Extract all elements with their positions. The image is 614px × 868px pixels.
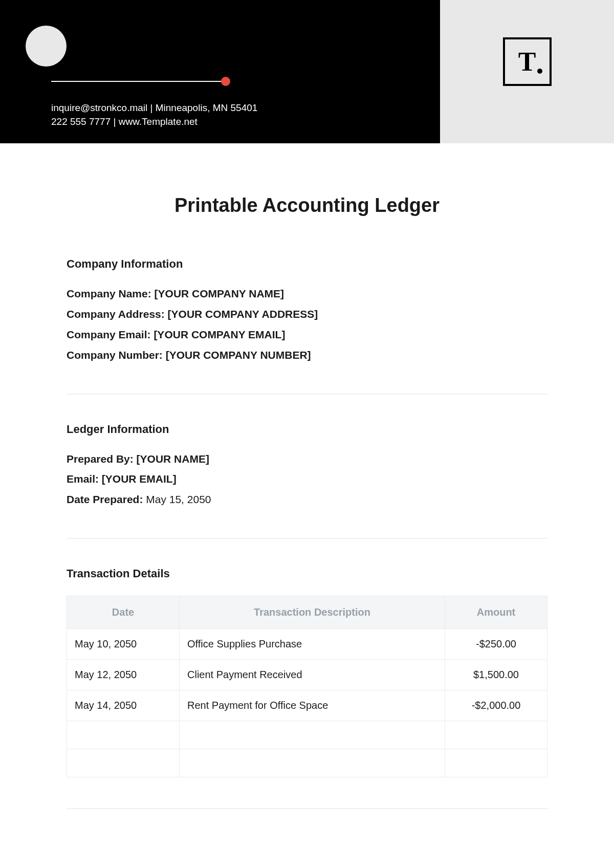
ledger-info-section: Ledger Information Prepared By: [YOUR NA… (67, 423, 547, 510)
table-row (67, 749, 547, 777)
prepared-email-value: [YOUR EMAIL] (102, 473, 177, 485)
cell-date (67, 721, 180, 749)
company-number-label: Company Number: (67, 349, 166, 361)
cell-date (67, 749, 180, 777)
cell-description (180, 749, 445, 777)
company-info-section: Company Information Company Name: [YOUR … (67, 257, 547, 365)
date-prepared-label: Date Prepared: (67, 493, 146, 505)
table-header-amount: Amount (445, 596, 547, 629)
ledger-info-heading: Ledger Information (67, 423, 547, 436)
divider (67, 538, 547, 539)
header-red-dot-icon (221, 77, 230, 86)
cell-amount (445, 721, 547, 749)
cell-date: May 12, 2050 (67, 660, 180, 690)
prepared-email-line: Email: [YOUR EMAIL] (67, 469, 547, 489)
company-email-line: Company Email: [YOUR COMPANY EMAIL] (67, 324, 547, 345)
cell-date: May 14, 2050 (67, 690, 180, 721)
cell-description (180, 721, 445, 749)
company-info-heading: Company Information (67, 257, 547, 271)
divider (67, 394, 547, 395)
prepared-email-label: Email: (67, 473, 102, 485)
table-header-description: Transaction Description (180, 596, 445, 629)
header-black-panel: inquire@stronkco.mail | Minneapolis, MN … (0, 0, 440, 143)
transactions-table: Date Transaction Description Amount May … (67, 596, 547, 777)
table-header-date: Date (67, 596, 180, 629)
cell-amount: $1,500.00 (445, 660, 547, 690)
company-email-value: [YOUR COMPANY EMAIL] (154, 329, 285, 340)
cell-amount (445, 749, 547, 777)
prepared-by-label: Prepared By: (67, 453, 137, 465)
transactions-section: Transaction Details Date Transaction Des… (67, 567, 547, 777)
header-gray-panel: T (440, 0, 614, 143)
header-line (51, 81, 225, 82)
document-content: Printable Accounting Ledger Company Info… (0, 143, 614, 840)
cell-amount: -$250.00 (445, 629, 547, 660)
company-number-line: Company Number: [YOUR COMPANY NUMBER] (67, 345, 547, 365)
divider (67, 808, 547, 809)
table-row: May 12, 2050 Client Payment Received $1,… (67, 660, 547, 690)
prepared-by-line: Prepared By: [YOUR NAME] (67, 449, 547, 469)
header-circle-icon (26, 26, 67, 67)
cell-description: Client Payment Received (180, 660, 445, 690)
date-prepared-line: Date Prepared: May 15, 2050 (67, 489, 547, 510)
document-header: inquire@stronkco.mail | Minneapolis, MN … (0, 0, 614, 143)
company-name-value: [YOUR COMPANY NAME] (155, 288, 284, 299)
company-address-line: Company Address: [YOUR COMPANY ADDRESS] (67, 304, 547, 324)
cell-description: Rent Payment for Office Space (180, 690, 445, 721)
company-number-value: [YOUR COMPANY NUMBER] (166, 349, 311, 361)
table-row (67, 721, 547, 749)
table-row: May 10, 2050 Office Supplies Purchase -$… (67, 629, 547, 660)
company-name-line: Company Name: [YOUR COMPANY NAME] (67, 284, 547, 304)
transactions-heading: Transaction Details (67, 567, 547, 580)
cell-amount: -$2,000.00 (445, 690, 547, 721)
company-address-label: Company Address: (67, 308, 168, 320)
company-name-label: Company Name: (67, 288, 155, 299)
company-email-label: Company Email: (67, 329, 154, 340)
company-address-value: [YOUR COMPANY ADDRESS] (168, 308, 318, 320)
contact-line-2: 222 555 7777 | www.Template.net (51, 115, 440, 129)
prepared-by-value: [YOUR NAME] (137, 453, 209, 465)
logo-dot-icon (537, 69, 542, 74)
logo-box: T (503, 37, 552, 86)
contact-info: inquire@stronkco.mail | Minneapolis, MN … (51, 101, 440, 128)
header-line-decoration (51, 77, 440, 86)
page-title: Printable Accounting Ledger (67, 194, 547, 216)
table-row: May 14, 2050 Rent Payment for Office Spa… (67, 690, 547, 721)
cell-description: Office Supplies Purchase (180, 629, 445, 660)
date-prepared-value: May 15, 2050 (146, 493, 211, 505)
contact-line-1: inquire@stronkco.mail | Minneapolis, MN … (51, 101, 440, 115)
logo-text: T (518, 47, 536, 77)
table-header-row: Date Transaction Description Amount (67, 596, 547, 629)
cell-date: May 10, 2050 (67, 629, 180, 660)
